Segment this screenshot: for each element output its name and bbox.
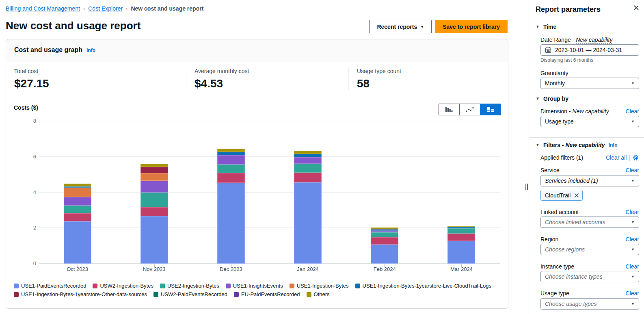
clear-all-link[interactable]: Clear all [606, 154, 627, 161]
legend-item[interactable]: USE1-InsightsEvents [226, 282, 283, 290]
info-link[interactable]: Info [609, 141, 618, 149]
region-select[interactable]: Choose regions ▼ [540, 244, 639, 255]
legend-item[interactable]: Others [307, 291, 330, 298]
legend-label: USE1-Ingestion-Bytes-1yearstore-Other-da… [21, 291, 147, 298]
bar-segment[interactable] [64, 188, 91, 197]
bar-segment[interactable] [294, 157, 322, 164]
stacked-bar[interactable] [371, 227, 398, 264]
bar-segment[interactable] [294, 182, 322, 264]
granularity-select[interactable]: Monthly ▼ [540, 78, 639, 89]
bar-segment[interactable] [140, 207, 168, 216]
bar-segment[interactable] [217, 165, 245, 173]
panel-resize-handle[interactable] [525, 184, 528, 190]
stacked-bar[interactable] [140, 164, 168, 264]
filter-token-cloudtrail[interactable]: CloudTrail [540, 190, 583, 201]
time-section-label: Time [543, 23, 556, 30]
section-divider [529, 137, 644, 138]
usage-type-select[interactable]: Choose usage types ▼ [540, 298, 639, 310]
bar-segment[interactable] [371, 232, 398, 237]
legend-item[interactable]: USE1-Ingestion-Bytes-1yearstore-Other-da… [14, 291, 147, 298]
linked-account-clear-link[interactable]: Clear [626, 208, 639, 216]
linked-account-select[interactable]: Choose linked accounts ▼ [540, 217, 639, 228]
bar-segment[interactable] [294, 154, 322, 157]
bar-segment[interactable] [294, 164, 322, 173]
legend-swatch [14, 292, 19, 297]
info-link[interactable]: Info [86, 48, 95, 53]
instance-type-label: Instance type [540, 263, 574, 270]
bar-segment[interactable] [64, 184, 91, 186]
bar-segment[interactable] [140, 167, 168, 173]
save-to-report-library-button[interactable]: Save to report library [435, 20, 508, 33]
bar-segment[interactable] [294, 151, 322, 154]
service-clear-link[interactable]: Clear [626, 167, 639, 174]
stacked-bar[interactable] [447, 226, 475, 264]
bar-segment[interactable] [217, 155, 245, 165]
breadcrumb-link-cost-explorer[interactable]: Cost Explorer [88, 5, 123, 12]
stacked-bar-chart-icon[interactable] [480, 104, 501, 115]
recent-reports-button[interactable]: Recent reports ▼ [369, 20, 432, 33]
usage-type-label: Usage type [540, 290, 569, 297]
stacked-bar[interactable] [294, 151, 322, 264]
caret-down-icon: ▼ [536, 95, 540, 102]
instance-type-clear-link[interactable]: Clear [626, 263, 639, 270]
usage-type-clear-link[interactable]: Clear [626, 290, 639, 297]
legend-item[interactable]: USE1-Ingestion-Bytes [290, 282, 349, 290]
bar-segment[interactable] [140, 173, 168, 181]
bar-segment[interactable] [294, 173, 322, 183]
legend-swatch [93, 284, 97, 288]
bar-segment[interactable] [371, 237, 398, 245]
gear-icon[interactable] [632, 154, 639, 161]
legend-label: USE1-PaidEventsRecorded [21, 282, 86, 290]
dismiss-icon[interactable] [574, 193, 579, 198]
line-chart-icon[interactable] [459, 104, 480, 115]
y-axis-labels: 02468 [21, 121, 36, 264]
breadcrumb-link-billing[interactable]: Billing and Cost Management [6, 5, 80, 12]
legend-swatch [355, 284, 360, 288]
bar-segment[interactable] [217, 152, 245, 155]
chart-type-toggle [439, 104, 501, 115]
bar-segment[interactable] [140, 164, 168, 167]
stat-total-cost: Total cost $27.15 [14, 68, 186, 90]
bar-slot [39, 121, 116, 264]
legend-item[interactable]: EU-PaidEventsRecorded [234, 291, 300, 298]
date-range-input[interactable]: 2023-10-01 — 2024-03-31 [540, 44, 639, 56]
service-select[interactable]: Services included (1) ▼ [540, 175, 639, 186]
bar-segment[interactable] [64, 213, 91, 221]
close-icon[interactable] [633, 5, 639, 11]
time-section-header[interactable]: ▼ Time [536, 23, 639, 30]
legend-item[interactable]: USW2-Ingestion-Bytes [93, 282, 153, 290]
bar-segment[interactable] [447, 241, 475, 264]
legend-item[interactable]: USE1-PaidEventsRecorded [14, 282, 86, 290]
bar-segment[interactable] [217, 173, 245, 183]
bar-segment[interactable] [217, 183, 245, 264]
bar-segment[interactable] [140, 216, 168, 264]
bar-segment[interactable] [217, 149, 245, 152]
bar-segment[interactable] [64, 206, 91, 213]
breadcrumb: Billing and Cost Management › Cost Explo… [6, 5, 203, 12]
dimension-select[interactable]: Usage type ▼ [540, 116, 639, 127]
date-range-value: 2023-10-01 — 2024-03-31 [555, 47, 622, 53]
filters-section-label: Filters - New capability [543, 141, 605, 149]
placeholder: Choose regions [545, 246, 585, 253]
group-by-section-header[interactable]: ▼ Group by [536, 95, 639, 102]
bar-segment[interactable] [371, 245, 398, 264]
x-axis-labels: Oct 2023Nov 2023Dec 2023Jan 2024Feb 2024… [39, 266, 500, 272]
bar-segment[interactable] [140, 193, 168, 207]
bar-segment[interactable] [140, 181, 168, 193]
instance-type-select[interactable]: Choose instance types ▼ [540, 271, 639, 282]
filters-section-header[interactable]: ▼ Filters - New capability Info [536, 141, 639, 149]
bar-segment[interactable] [64, 197, 91, 206]
bar-chart-icon[interactable] [439, 104, 460, 115]
y-axis-tick-label: 2 [21, 224, 36, 232]
legend-item[interactable]: USW2-PaidEventsRecorded [153, 291, 227, 298]
bar-segment[interactable] [447, 234, 475, 241]
bar-segment[interactable] [64, 221, 91, 264]
region-clear-link[interactable]: Clear [626, 236, 639, 243]
x-axis-tick [78, 264, 78, 267]
legend-item[interactable]: USE2-Ingestion-Bytes [160, 282, 219, 290]
bar-segment[interactable] [447, 228, 475, 234]
dimension-clear-link[interactable]: Clear [626, 108, 639, 115]
stacked-bar[interactable] [64, 184, 91, 264]
legend-item[interactable]: USE1-Ingestion-Bytes-1yearstore-Live-Clo… [355, 282, 491, 290]
stacked-bar[interactable] [217, 149, 245, 264]
